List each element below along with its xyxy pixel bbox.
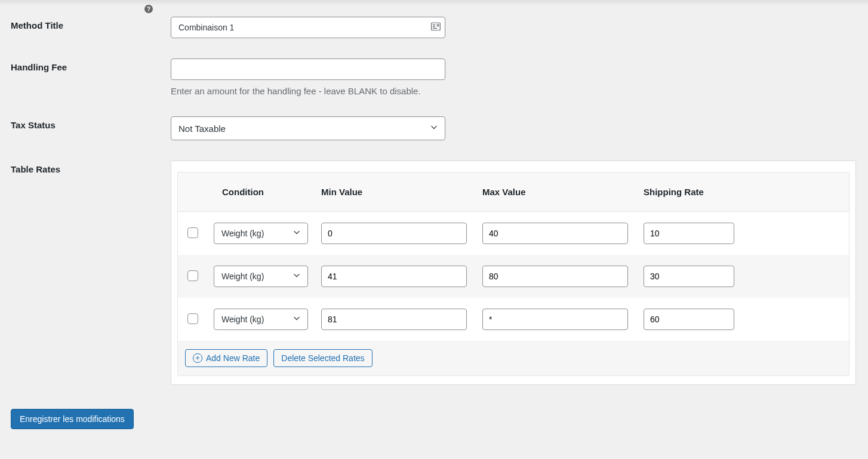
max-value-input[interactable] [482, 309, 628, 330]
method-title-input[interactable] [171, 17, 445, 38]
condition-select[interactable]: Weight (kg) [214, 223, 308, 244]
table-rates-label: Table Rates [11, 161, 171, 174]
settings-page: Method Title ? Handling Fee [0, 0, 868, 459]
handling-fee-input[interactable] [171, 58, 445, 80]
delete-rates-button[interactable]: Delete Selected Rates [273, 349, 372, 367]
method-title-label: Method Title [11, 17, 171, 30]
method-title-row: Method Title ? [11, 17, 857, 38]
col-rate: Shipping Rate [644, 187, 739, 197]
shipping-rate-input[interactable] [644, 309, 734, 330]
rates-table-foot: + Add New Rate Delete Selected Rates [178, 341, 849, 375]
save-button[interactable]: Enregistrer les modifications [11, 409, 134, 429]
row-checkbox[interactable] [187, 313, 198, 324]
tax-status-select[interactable]: Not Taxable [171, 116, 445, 140]
tax-status-label: Tax Status [11, 116, 171, 130]
rates-table-head: Condition Min Value Max Value Shipping R… [178, 172, 849, 212]
table-rates-row: Table Rates Condition Min Value Max Valu… [11, 161, 857, 385]
rates-table: Condition Min Value Max Value Shipping R… [177, 172, 849, 376]
handling-fee-description: Enter an amount for the handling fee - l… [171, 86, 857, 96]
rates-table-body: Weight (kg) Weight (kg) [178, 212, 849, 341]
delete-rates-label: Delete Selected Rates [281, 353, 364, 363]
add-rate-button[interactable]: + Add New Rate [185, 349, 267, 367]
max-value-input[interactable] [482, 223, 628, 244]
tax-status-row: Tax Status Not Taxable [11, 116, 857, 140]
table-rates-panel: Condition Min Value Max Value Shipping R… [171, 161, 856, 385]
condition-select[interactable]: Weight (kg) [214, 266, 308, 287]
min-value-input[interactable] [321, 309, 467, 330]
table-row: Weight (kg) [178, 255, 849, 298]
min-value-input[interactable] [321, 223, 467, 244]
handling-fee-row: Handling Fee Enter an amount for the han… [11, 58, 857, 96]
max-value-input[interactable] [482, 266, 628, 287]
col-condition: Condition [214, 187, 321, 197]
table-row: Weight (kg) [178, 298, 849, 341]
table-row: Weight (kg) [178, 212, 849, 255]
handling-fee-label: Handling Fee [11, 58, 171, 72]
condition-select[interactable]: Weight (kg) [214, 309, 308, 330]
row-checkbox[interactable] [187, 227, 198, 238]
plus-circle-icon: + [193, 353, 202, 363]
add-rate-label: Add New Rate [206, 353, 260, 363]
col-max: Max Value [482, 187, 644, 197]
shipping-rate-input[interactable] [644, 223, 734, 244]
shipping-rate-input[interactable] [644, 266, 734, 287]
min-value-input[interactable] [321, 266, 467, 287]
col-min: Min Value [321, 187, 482, 197]
row-checkbox[interactable] [187, 270, 198, 281]
help-icon[interactable]: ? [144, 5, 153, 13]
